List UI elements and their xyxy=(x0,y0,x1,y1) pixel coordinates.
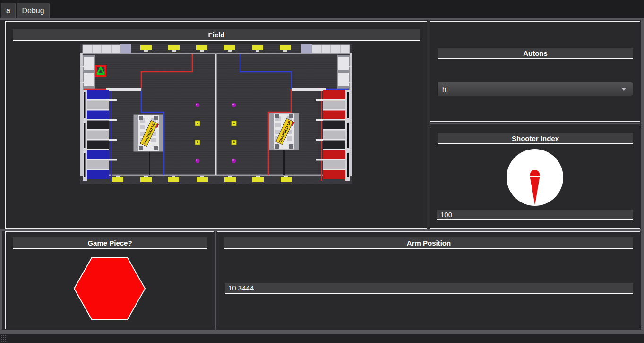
panel-game-piece: Game Piece? xyxy=(5,231,214,329)
autons-dropdown[interactable]: hi xyxy=(437,82,633,96)
drag-grip-icon[interactable] xyxy=(1,335,7,342)
panel-arm-position: Arm Position xyxy=(217,231,640,329)
tab-debug[interactable]: Debug xyxy=(17,3,50,18)
shooter-gauge-widget xyxy=(430,144,640,207)
tab-a[interactable]: a xyxy=(1,3,16,18)
gauge-center-line xyxy=(507,176,563,177)
dashboard-window: a Debug Field xyxy=(0,0,644,343)
arm-position-input[interactable] xyxy=(225,283,633,294)
field-panel-title: Field xyxy=(13,29,420,41)
shooter-panel-title: Shooter Index xyxy=(438,133,633,144)
workspace: Field xyxy=(0,18,644,334)
tab-bar: a Debug xyxy=(0,0,644,18)
game-piece-boolean-widget xyxy=(6,246,214,330)
shooter-index-input[interactable] xyxy=(437,210,633,220)
status-bar xyxy=(0,334,644,343)
loading-zone-wall-right xyxy=(292,88,326,91)
field-map-widget[interactable]: CHARGED UP xyxy=(80,44,352,184)
game-piece-hexagon xyxy=(74,258,145,319)
splitter-top[interactable] xyxy=(0,18,644,20)
splitter-bottom[interactable] xyxy=(0,330,644,334)
arm-panel-title: Arm Position xyxy=(224,237,633,249)
panel-autons: Autons hi xyxy=(430,21,640,122)
splitter-autons-shooter[interactable] xyxy=(430,122,640,125)
loading-zone-wall-left xyxy=(106,88,141,91)
panel-field: Field xyxy=(5,21,427,229)
field-center-line xyxy=(215,54,217,175)
splitter-right[interactable] xyxy=(641,18,644,334)
autons-panel-title: Autons xyxy=(438,48,633,59)
panel-shooter-index: Shooter Index xyxy=(430,125,640,229)
autons-dropdown-value: hi xyxy=(438,85,621,93)
splitter-left[interactable] xyxy=(0,231,2,330)
chevron-down-icon xyxy=(621,88,627,91)
